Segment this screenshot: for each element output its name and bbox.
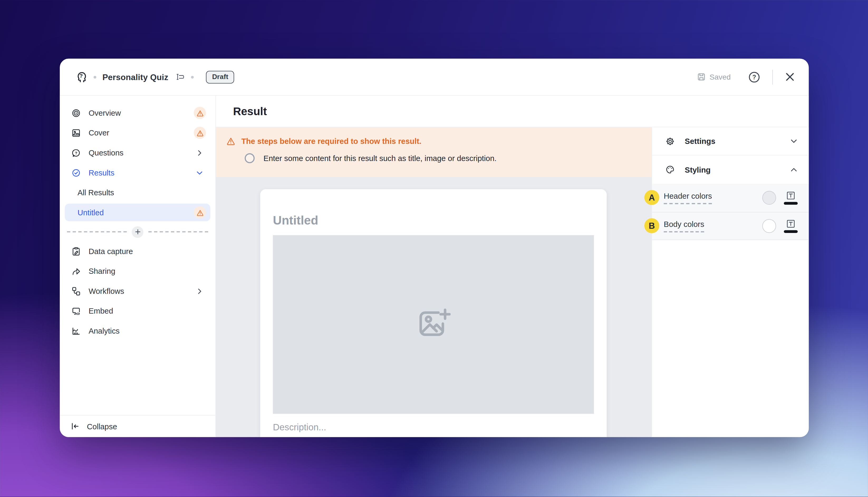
chevron-up-icon: [789, 165, 798, 174]
body-colors-controls: [762, 219, 798, 233]
right-panel: Settings: [652, 127, 809, 437]
image-upload-placeholder[interactable]: [273, 235, 594, 414]
step-checkbox[interactable]: [245, 153, 255, 164]
result-preview-card: Untitled: [260, 189, 607, 437]
sidebar-collapse-button[interactable]: Collapse: [60, 415, 215, 437]
warning-triangle-icon: [226, 137, 236, 146]
share-arrow-icon: [71, 266, 81, 276]
text-color-bar: [784, 202, 798, 205]
window-body: Overview: [60, 96, 809, 437]
sidebar-item-untitled[interactable]: Untitled: [65, 204, 210, 221]
warning-icon: [194, 206, 206, 218]
result-title-placeholder[interactable]: Untitled: [273, 213, 594, 228]
header-text-color-picker[interactable]: [784, 190, 798, 205]
sidebar-item-embed[interactable]: Embed: [65, 301, 210, 321]
dashed-line: [149, 231, 208, 232]
chevron-right-icon: [195, 287, 204, 295]
header-colors-row: A Header colors: [652, 184, 809, 212]
page-title: Result: [216, 96, 809, 127]
result-editor: The steps below are required to show thi…: [216, 127, 652, 437]
sidebar-item-label: Questions: [88, 148, 195, 157]
sidebar: Overview: [60, 96, 216, 437]
sidebar-item-label: Overview: [88, 109, 194, 117]
body-background-color-swatch[interactable]: [762, 219, 776, 233]
sidebar-item-label: Untitled: [78, 208, 194, 217]
annotation-badge-a: A: [644, 190, 659, 205]
settings-section-header[interactable]: Settings: [652, 127, 809, 155]
window-header: ? Personality Quiz Draft: [60, 59, 809, 96]
header-colors-controls: [762, 190, 798, 205]
save-status: Saved: [697, 72, 731, 82]
save-status-label: Saved: [710, 73, 731, 81]
header-colors-label[interactable]: Header colors: [664, 191, 712, 204]
chevron-right-icon: [195, 148, 204, 157]
question-bubble-icon: ?: [71, 148, 81, 158]
body-colors-label[interactable]: Body colors: [664, 219, 704, 232]
header-separator-dot: [191, 76, 194, 78]
svg-text:?: ?: [79, 73, 83, 79]
styling-section-header[interactable]: Styling: [652, 155, 809, 184]
gear-icon: [666, 137, 675, 146]
sidebar-item-label: Results: [88, 168, 195, 177]
screen: ? Personality Quiz Draft: [0, 0, 868, 497]
svg-text:?: ?: [75, 151, 77, 155]
sidebar-item-cover[interactable]: Cover: [65, 123, 210, 143]
sidebar-item-questions[interactable]: ? Questions: [65, 143, 210, 163]
sidebar-item-label: Sharing: [88, 267, 206, 276]
annotation-badge-b: B: [644, 218, 659, 233]
styling-section-body: A Header colors: [652, 184, 809, 240]
header-background-color-swatch[interactable]: [762, 191, 776, 204]
result-description-placeholder[interactable]: Description...: [273, 422, 594, 433]
sidebar-item-all-results[interactable]: All Results: [65, 183, 210, 203]
warning-icon: [194, 127, 206, 139]
results-rosette-icon: [71, 168, 81, 178]
collapse-icon: [70, 422, 80, 431]
main-column: Result The steps below are req: [216, 96, 809, 437]
dashed-line: [67, 231, 127, 232]
content-row: The steps below are required to show thi…: [216, 127, 809, 437]
sidebar-item-label: Analytics: [88, 327, 206, 336]
chevron-down-icon: [195, 168, 204, 176]
sidebar-item-workflows[interactable]: Workflows: [65, 281, 210, 301]
palette-icon: [666, 165, 675, 174]
banner-title: The steps below are required to show thi…: [241, 137, 421, 146]
warning-icon: [194, 107, 206, 119]
analytics-chart-icon: [71, 326, 81, 336]
body-colors-row: B Body colors: [652, 212, 809, 240]
sidebar-nav: Overview: [60, 96, 215, 341]
close-button[interactable]: [783, 70, 797, 84]
styling-label: Styling: [685, 165, 711, 174]
sidebar-item-data-capture[interactable]: Data capture: [65, 241, 210, 261]
sidebar-item-label: Data capture: [88, 247, 206, 256]
rename-icon[interactable]: [175, 72, 185, 82]
body-text-color-picker[interactable]: [784, 219, 798, 233]
save-icon: [697, 72, 706, 82]
settings-label: Settings: [685, 137, 715, 146]
header-separator-dot: [94, 76, 96, 78]
sidebar-item-analytics[interactable]: Analytics: [65, 321, 210, 341]
clipboard-pencil-icon: [71, 246, 81, 256]
quiz-title[interactable]: Personality Quiz: [102, 72, 168, 82]
sidebar-item-overview[interactable]: Overview: [65, 103, 210, 123]
sidebar-item-label: Embed: [88, 307, 206, 315]
add-result-button[interactable]: [132, 226, 143, 238]
add-result-divider: [65, 223, 210, 241]
help-button[interactable]: ?: [748, 71, 760, 83]
workflow-nodes-icon: [71, 286, 81, 296]
cover-image-icon: [71, 128, 81, 138]
target-icon: [71, 108, 81, 117]
embed-monitor-icon: [71, 306, 81, 316]
sidebar-item-label: Workflows: [88, 287, 195, 296]
required-steps-banner: The steps below are required to show thi…: [216, 127, 652, 177]
banner-step-text: Enter some content for this result such …: [263, 154, 496, 163]
header-divider: [772, 69, 773, 84]
banner-step-row: Enter some content for this result such …: [226, 153, 641, 164]
collapse-label: Collapse: [87, 422, 117, 431]
banner-title-row: The steps below are required to show thi…: [226, 137, 641, 146]
sidebar-item-sharing[interactable]: Sharing: [65, 261, 210, 281]
sidebar-item-results[interactable]: Results: [65, 162, 210, 183]
text-color-bar: [784, 230, 798, 233]
status-badge: Draft: [206, 71, 234, 83]
sidebar-item-label: Cover: [88, 128, 194, 137]
text-color-icon: [786, 190, 796, 200]
